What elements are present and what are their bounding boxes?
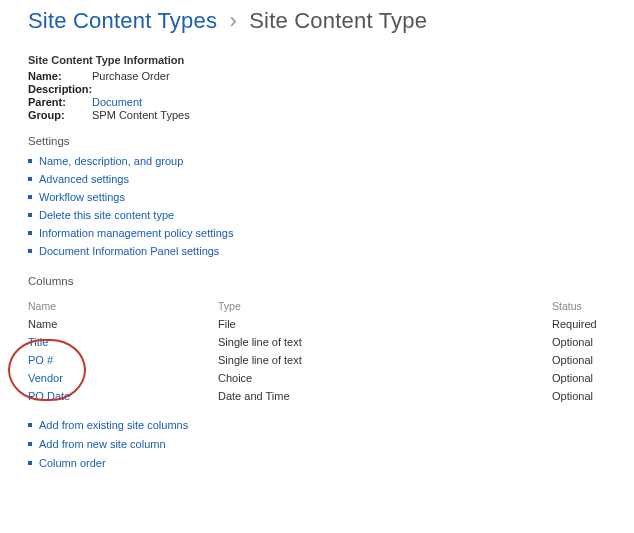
bullet-icon [28, 195, 32, 199]
columns-heading: Columns [28, 275, 622, 287]
columns-table: Name Type Status Name File Required Titl… [28, 297, 622, 405]
info-heading: Site Content Type Information [28, 54, 622, 66]
chevron-right-icon: › [229, 8, 237, 33]
content-type-info: Site Content Type Information Name: Purc… [28, 54, 622, 121]
info-label-description: Description: [28, 83, 92, 95]
settings-link-dip[interactable]: Document Information Panel settings [39, 245, 219, 257]
settings-link-advanced[interactable]: Advanced settings [39, 173, 129, 185]
bullet-icon [28, 461, 32, 465]
col-name-link-po-number[interactable]: PO # [28, 351, 218, 369]
bullet-icon [28, 423, 32, 427]
col-name-link-title[interactable]: Title [28, 333, 218, 351]
bullet-icon [28, 213, 32, 217]
info-value-name: Purchase Order [92, 70, 170, 82]
bullet-icon [28, 442, 32, 446]
bullet-icon [28, 159, 32, 163]
col-status: Optional [552, 369, 622, 387]
settings-heading: Settings [28, 135, 622, 147]
settings-link-policy[interactable]: Information management policy settings [39, 227, 233, 239]
col-status: Optional [552, 333, 622, 351]
info-value-parent[interactable]: Document [92, 96, 142, 108]
settings-link-workflow[interactable]: Workflow settings [39, 191, 125, 203]
col-header-type: Type [218, 297, 552, 315]
settings-links: Name, description, and group Advanced se… [28, 155, 622, 257]
breadcrumb-current: Site Content Type [249, 8, 427, 33]
col-type: Single line of text [218, 351, 552, 369]
bullet-icon [28, 231, 32, 235]
col-type: Date and Time [218, 387, 552, 405]
col-name: Name [28, 315, 218, 333]
col-name-link-po-date[interactable]: PO Date [28, 387, 218, 405]
breadcrumb-parent[interactable]: Site Content Types [28, 8, 217, 33]
columns-section: Columns Name Type Status Name File Requi… [28, 275, 622, 469]
breadcrumb: Site Content Types › Site Content Type [28, 8, 622, 34]
info-label-name: Name: [28, 70, 92, 82]
info-label-parent: Parent: [28, 96, 92, 108]
action-add-new[interactable]: Add from new site column [39, 438, 166, 450]
info-label-group: Group: [28, 109, 92, 121]
settings-link-delete[interactable]: Delete this site content type [39, 209, 174, 221]
col-type: Choice [218, 369, 552, 387]
col-status: Optional [552, 351, 622, 369]
action-column-order[interactable]: Column order [39, 457, 106, 469]
col-type: Single line of text [218, 333, 552, 351]
bullet-icon [28, 249, 32, 253]
col-name-link-vendor[interactable]: Vendor [28, 369, 218, 387]
bullet-icon [28, 177, 32, 181]
action-add-existing[interactable]: Add from existing site columns [39, 419, 188, 431]
col-status: Optional [552, 387, 622, 405]
column-actions: Add from existing site columns Add from … [28, 419, 622, 469]
settings-link-name-desc-group[interactable]: Name, description, and group [39, 155, 183, 167]
col-header-status: Status [552, 297, 622, 315]
info-value-group: SPM Content Types [92, 109, 190, 121]
col-status: Required [552, 315, 622, 333]
col-header-name: Name [28, 297, 218, 315]
col-type: File [218, 315, 552, 333]
